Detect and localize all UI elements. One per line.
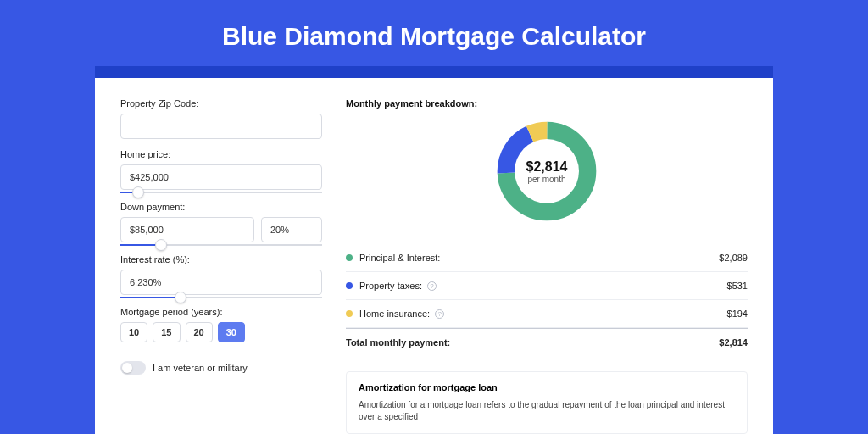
period-btn-20[interactable]: 20 (186, 322, 213, 342)
legend-total: Total monthly payment: $2,814 (346, 328, 748, 356)
down-payment-slider[interactable] (120, 244, 322, 246)
home-price-label: Home price: (120, 149, 322, 159)
home-price-slider-thumb[interactable] (132, 186, 144, 198)
input-panel: Property Zip Code: Home price: $425,000 … (120, 98, 322, 434)
down-payment-label: Down payment: (120, 202, 322, 212)
veteran-toggle[interactable] (120, 361, 146, 375)
amortization-text: Amortization for a mortgage loan refers … (359, 399, 735, 423)
interest-slider-thumb[interactable] (175, 292, 186, 303)
period-options: 10152030 (120, 322, 322, 342)
breakdown-panel: Monthly payment breakdown: $2,814 per mo… (346, 98, 748, 434)
amortization-box: Amortization for mortgage loan Amortizat… (346, 371, 748, 434)
donut-center: $2,814 per month (515, 139, 579, 203)
legend-label: Property taxes: (359, 281, 422, 291)
period-label: Mortgage period (years): (120, 307, 322, 317)
interest-input[interactable]: 6.230% (120, 270, 322, 295)
interest-slider-fill (120, 297, 181, 298)
legend-row: Principal & Interest:$2,089 (346, 244, 748, 272)
legend-list: Principal & Interest:$2,089Property taxe… (346, 244, 748, 328)
interest-slider[interactable] (120, 297, 322, 298)
home-price-slider[interactable] (120, 192, 322, 193)
amortization-title: Amortization for mortgage loan (359, 382, 735, 392)
help-icon[interactable]: ? (435, 309, 444, 319)
home-price-input[interactable]: $425,000 (120, 164, 322, 190)
interest-label: Interest rate (%): (120, 254, 322, 264)
zip-label: Property Zip Code: (120, 98, 322, 108)
legend-value: $2,089 (719, 253, 748, 263)
veteran-toggle-knob (122, 363, 132, 373)
total-value: $2,814 (719, 337, 748, 348)
veteran-label: I am veteran or military (153, 363, 248, 373)
page-title: Blue Diamond Mortgage Calculator (0, 0, 868, 66)
legend-label: Principal & Interest: (359, 253, 440, 263)
period-btn-30[interactable]: 30 (218, 322, 245, 342)
donut-chart: $2,814 per month (496, 120, 598, 222)
down-payment-slider-thumb[interactable] (155, 239, 167, 251)
legend-value: $194 (727, 309, 748, 319)
total-label: Total monthly payment: (346, 337, 450, 348)
legend-row: Home insurance:?$194 (346, 300, 748, 328)
zip-input[interactable] (120, 114, 322, 139)
help-icon[interactable]: ? (427, 281, 437, 291)
down-payment-input[interactable]: $85,000 (120, 217, 254, 242)
legend-dot-icon (346, 310, 353, 317)
calculator-card: Property Zip Code: Home price: $425,000 … (95, 78, 773, 434)
period-btn-10[interactable]: 10 (120, 322, 147, 342)
donut-amount: $2,814 (526, 159, 568, 175)
donut-sub: per month (527, 175, 565, 184)
down-payment-pct-input[interactable]: 20% (261, 217, 322, 242)
legend-label: Home insurance: (359, 309, 430, 319)
legend-dot-icon (346, 254, 353, 261)
period-btn-15[interactable]: 15 (153, 322, 180, 342)
legend-dot-icon (346, 282, 353, 289)
legend-row: Property taxes:?$531 (346, 272, 748, 300)
legend-value: $531 (727, 281, 748, 291)
banner-strip (95, 66, 773, 78)
breakdown-heading: Monthly payment breakdown: (346, 98, 748, 108)
